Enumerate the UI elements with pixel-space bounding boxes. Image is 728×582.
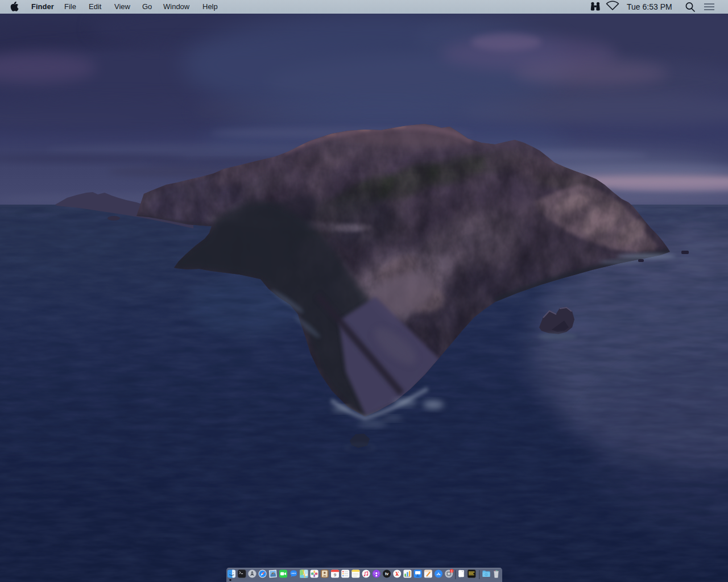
svg-text:Tue 6:53 PM: Tue 6:53 PM [627, 2, 672, 11]
svg-text:9: 9 [334, 572, 337, 577]
svg-text:tv: tv [385, 572, 388, 576]
